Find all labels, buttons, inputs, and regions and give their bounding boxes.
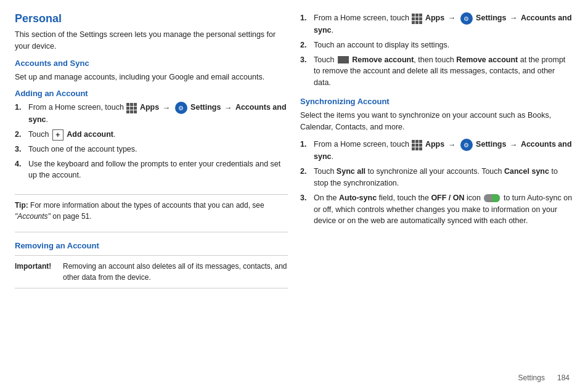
step-sync-3: 3. On the Auto-sync field, touch the OFF…	[300, 192, 573, 227]
apps-grid-icon-r1	[412, 14, 422, 24]
apps-label: Apps	[140, 104, 159, 112]
step-rem-2: 2. Touch an account to display its setti…	[300, 39, 573, 51]
remove-icon	[338, 56, 349, 63]
left-column: Personal This section of the Settings sc…	[15, 12, 288, 380]
accounts-sync-intro: Set up and manage accounts, including yo…	[15, 71, 288, 83]
right-column: 1. From a Home screen, touch Apps → ⚙ Se…	[300, 12, 573, 380]
step-sync-1: 1. From a Home screen, touch Apps → ⚙ Se…	[300, 139, 573, 163]
divider-3	[15, 255, 288, 256]
settings-icon-r1: ⚙	[460, 12, 473, 25]
adding-account-title: Adding an Account	[15, 89, 288, 98]
removing-steps: 1. From a Home screen, touch Apps → ⚙ Se…	[300, 12, 573, 92]
important-box: Important! Removing an account also dele…	[15, 261, 288, 283]
footer: Settings 184	[518, 374, 570, 382]
add-icon: +	[52, 129, 63, 141]
settings-label: Settings	[190, 104, 221, 112]
step-sync-2: 2. Touch Sync all to synchronize all you…	[300, 166, 573, 189]
removing-account-title: Removing an Account	[15, 241, 288, 250]
tip-box: Tip: For more information about the type…	[15, 200, 288, 222]
sync-steps: 1. From a Home screen, touch Apps → ⚙ Se…	[300, 139, 573, 230]
apps-grid-icon-s1	[412, 140, 422, 150]
adding-steps: 1. From a Home screen, touch Apps → ⚙ Se…	[15, 102, 288, 184]
section-title: Personal	[15, 12, 288, 25]
settings-icon: ⚙	[175, 102, 187, 114]
step-add-2: 2. Touch + Add account.	[15, 129, 288, 141]
divider-1	[15, 194, 288, 195]
section-intro: This section of the Settings screen lets…	[15, 29, 288, 52]
step-add-4: 4. Use the keyboard and follow the promp…	[15, 158, 288, 182]
divider-4	[15, 288, 288, 288]
removing-section: Removing an Account Important! Removing …	[15, 241, 288, 293]
footer-label: Settings	[518, 374, 545, 382]
synchronizing-intro: Select the items you want to synchronize…	[300, 110, 573, 133]
step-add-1: 1. From a Home screen, touch Apps → ⚙ Se…	[15, 102, 288, 126]
apps-grid-icon	[126, 103, 137, 113]
settings-icon-s1: ⚙	[460, 139, 473, 151]
step-rem-1: 1. From a Home screen, touch Apps → ⚙ Se…	[300, 12, 573, 36]
step-rem-3: 3. Touch Remove account, then touch Remo…	[300, 54, 573, 89]
footer-page: 184	[557, 374, 570, 382]
step-add-3: 3. Touch one of the account types.	[15, 144, 288, 155]
accounts-sync-title: Accounts and Sync	[15, 59, 288, 68]
synchronizing-title: Synchronizing Account	[300, 97, 573, 106]
divider-2	[15, 232, 288, 232]
